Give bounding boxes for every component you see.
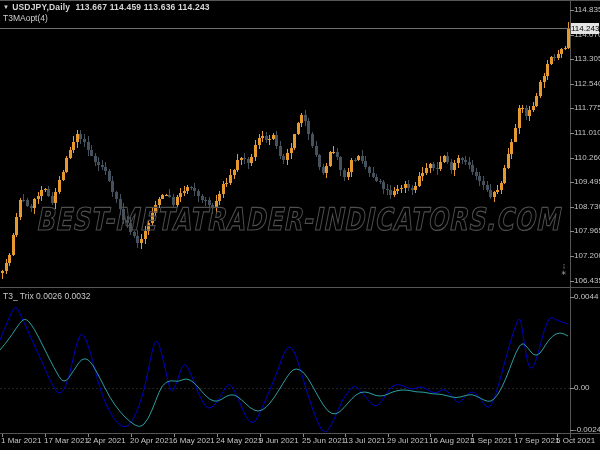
time-axis-label: 17 Sep 2021 [514, 436, 559, 446]
time-axis-label: 16 Aug 2021 [429, 436, 474, 446]
time-axis-label: 1 Mar 2021 [1, 436, 41, 446]
indicator-name: T3_ Trix [3, 291, 34, 301]
time-axis-label: 20 Apr 2021 [130, 436, 173, 446]
mt4-chart-window: ▼USDJPY,Daily 113.667 114.459 113.636 11… [0, 0, 600, 450]
indicator-values: 0.0026 0.0032 [36, 291, 90, 301]
time-axis[interactable]: 1 Mar 202117 Mar 20212 Apr 202120 Apr 20… [0, 436, 600, 450]
indicator-axis-label: -0.0024 [574, 425, 600, 435]
time-axis-label: 5 Oct 2021 [556, 436, 595, 446]
time-axis-label: 6 May 2021 [173, 436, 215, 446]
watermark: BEST-METATRADER-INDICATORS.COM [36, 201, 560, 239]
time-axis-label: 2 Apr 2021 [87, 436, 126, 446]
price-axis-label: 107.965 [574, 226, 600, 236]
time-axis-label: 24 May 2021 [216, 436, 262, 446]
symbol-dropdown-arrow[interactable]: ▼ [3, 4, 9, 10]
indicator-axis-label: 0.00 [574, 383, 590, 393]
price-axis-label: 112.540 [574, 79, 600, 89]
price-axis-label: 111.775 [574, 103, 600, 113]
chart-header: ▼USDJPY,Daily 113.667 114.459 113.636 11… [3, 2, 210, 12]
time-axis-label: 1 Sep 2021 [471, 436, 512, 446]
current-price-tag: 114.243 [571, 23, 599, 34]
time-axis-label: 17 Mar 2021 [44, 436, 89, 446]
price-axis-label: 111.010 [574, 128, 600, 138]
time-axis-label: 25 Jun 2021 [302, 436, 346, 446]
ma-indicator-label: T3MAopt(4) [3, 13, 48, 23]
indicator-axis-label: 0.0044 [574, 292, 598, 302]
time-axis-label: 13 Jul 2021 [344, 436, 385, 446]
ohlc-values: 113.667 114.459 113.636 114.243 [75, 2, 209, 12]
chart-scale-marker-icon: ↨∗ [559, 262, 569, 276]
time-axis-label: 9 Jun 2021 [259, 436, 299, 446]
price-axis-label: 114.835 [574, 5, 600, 15]
time-axis-label: 29 Jul 2021 [387, 436, 428, 446]
indicator-header: T3_ Trix 0.0026 0.0032 [3, 291, 90, 301]
price-axis-label: 109.495 [574, 177, 600, 187]
price-axis-label: 106.435 [574, 276, 600, 286]
price-axis-label: 107.200 [574, 251, 600, 261]
price-axis-label: 113.305 [574, 54, 600, 64]
price-axis-label: 108.730 [574, 202, 600, 212]
symbol-title: USDJPY,Daily [12, 2, 70, 12]
price-axis-label: 110.260 [574, 153, 600, 163]
